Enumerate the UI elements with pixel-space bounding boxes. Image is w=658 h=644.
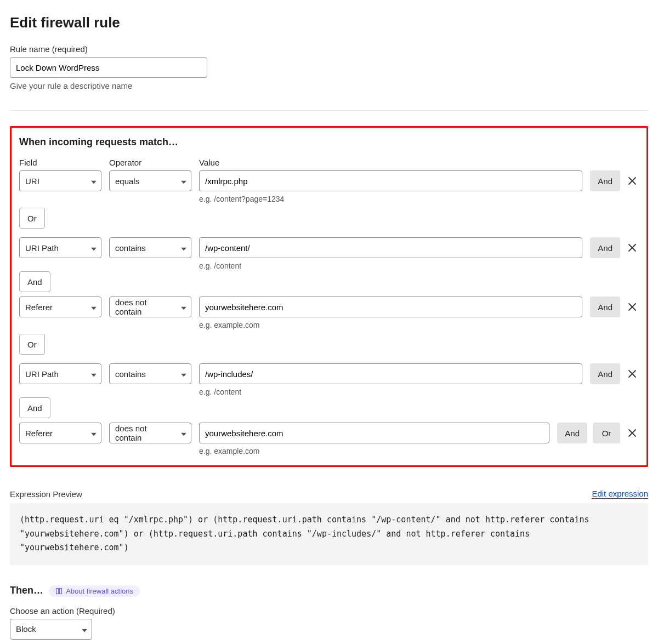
column-headers: Field Operator Value [19, 158, 639, 167]
value-input[interactable] [199, 297, 582, 317]
choose-action-label: Choose an action (Required) [10, 606, 648, 615]
condition-row: URI Path contains e.g. /content And [19, 237, 639, 270]
action-select[interactable]: Block [10, 619, 92, 640]
and-separator-button[interactable]: And [19, 271, 50, 292]
expression-preview-code: (http.request.uri eq "/xmlrpc.php") or (… [10, 503, 648, 565]
operator-select[interactable]: does not contain [109, 423, 191, 443]
and-separator-button[interactable]: And [19, 397, 50, 418]
close-icon [628, 303, 637, 311]
action-select-value: Block [16, 624, 36, 634]
col-value-header: Value [199, 158, 639, 167]
svg-rect-0 [56, 589, 59, 594]
chevron-down-icon [91, 303, 97, 312]
operator-select[interactable]: contains [109, 237, 191, 258]
svg-rect-1 [59, 589, 61, 594]
chevron-down-icon [181, 243, 186, 253]
operator-select-value: does not contain [115, 298, 175, 316]
remove-row-button[interactable] [626, 237, 639, 258]
field-select-value: Referer [25, 303, 53, 312]
field-select[interactable]: Referer [19, 297, 101, 317]
value-hint: e.g. /content [199, 387, 582, 396]
close-icon [628, 243, 637, 252]
match-conditions-box: When incoming requests match… Field Oper… [10, 126, 648, 467]
or-separator-button[interactable]: Or [19, 334, 45, 355]
col-field-header: Field [19, 158, 101, 167]
expression-preview-label: Expression Preview [10, 489, 82, 499]
then-heading: Then… [10, 585, 43, 596]
remove-row-button[interactable] [626, 170, 639, 191]
condition-row: Referer does not contain e.g. example.co… [19, 297, 639, 329]
about-firewall-actions-label: About firewall actions [66, 587, 133, 595]
field-select-value: Referer [25, 429, 53, 438]
value-input[interactable] [199, 237, 582, 258]
close-icon [628, 369, 637, 378]
remove-row-button[interactable] [626, 423, 639, 443]
chevron-down-icon [91, 243, 97, 253]
rule-name-help: Give your rule a descriptive name [10, 81, 648, 90]
page-title: Edit firewall rule [10, 14, 648, 31]
chevron-down-icon [91, 176, 97, 186]
chevron-down-icon [181, 176, 186, 186]
remove-row-button[interactable] [626, 297, 639, 317]
condition-row: URI equals e.g. /content?page=1234 And [19, 170, 639, 203]
chevron-down-icon [181, 369, 186, 379]
field-select[interactable]: URI [19, 170, 101, 191]
field-select-value: URI Path [25, 369, 59, 379]
add-and-button[interactable]: And [590, 237, 620, 258]
value-hint: e.g. /content [199, 261, 582, 270]
operator-select-value: equals [115, 176, 139, 186]
chevron-down-icon [91, 429, 97, 438]
close-icon [628, 176, 637, 185]
add-or-button[interactable]: Or [593, 423, 620, 443]
section-divider [10, 110, 648, 111]
rule-name-input[interactable] [10, 57, 207, 78]
value-hint: e.g. example.com [199, 321, 582, 329]
condition-row: Referer does not contain e.g. example.co… [19, 423, 639, 455]
operator-select-value: contains [115, 369, 146, 379]
operator-select-value: contains [115, 243, 146, 253]
chevron-down-icon [82, 624, 87, 634]
close-icon [628, 429, 637, 437]
edit-expression-link[interactable]: Edit expression [592, 489, 648, 499]
value-input[interactable] [199, 423, 549, 443]
col-operator-header: Operator [109, 158, 191, 167]
field-select-value: URI [25, 176, 39, 186]
field-select[interactable]: URI Path [19, 363, 101, 384]
remove-row-button[interactable] [626, 363, 639, 384]
value-input[interactable] [199, 170, 582, 191]
value-input[interactable] [199, 363, 582, 384]
rule-name-label: Rule name (required) [10, 44, 648, 54]
chevron-down-icon [91, 369, 97, 379]
about-firewall-actions-link[interactable]: About firewall actions [49, 585, 140, 597]
add-and-button[interactable]: And [557, 423, 587, 443]
operator-select-value: does not contain [115, 424, 175, 442]
field-select[interactable]: URI Path [19, 237, 101, 258]
value-hint: e.g. example.com [199, 447, 549, 455]
value-hint: e.g. /content?page=1234 [199, 195, 582, 203]
condition-row: URI Path contains e.g. /content And [19, 363, 639, 396]
chevron-down-icon [181, 303, 186, 312]
book-icon [55, 588, 63, 595]
add-and-button[interactable]: And [590, 363, 620, 384]
add-and-button[interactable]: And [590, 297, 620, 317]
field-select[interactable]: Referer [19, 423, 101, 443]
operator-select[interactable]: does not contain [109, 297, 191, 317]
add-and-button[interactable]: And [590, 170, 620, 191]
match-heading: When incoming requests match… [19, 136, 639, 148]
chevron-down-icon [181, 429, 186, 438]
or-separator-button[interactable]: Or [19, 208, 45, 229]
field-select-value: URI Path [25, 243, 59, 253]
operator-select[interactable]: equals [109, 170, 191, 191]
operator-select[interactable]: contains [109, 363, 191, 384]
